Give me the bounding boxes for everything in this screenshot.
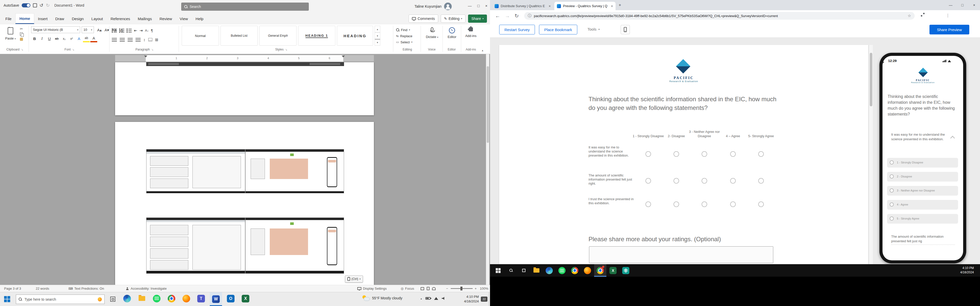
menu-kebab-icon[interactable]: ⋮ xyxy=(946,13,950,18)
close-button[interactable]: × xyxy=(485,3,487,8)
style-heading1[interactable]: HEADING 1 xyxy=(298,26,335,46)
start-button[interactable] xyxy=(492,264,504,277)
align-left-button[interactable] xyxy=(112,38,117,41)
display-settings-button[interactable]: Display Settings xyxy=(357,285,387,292)
matrix-radio[interactable] xyxy=(730,151,736,157)
autosave-toggle[interactable] xyxy=(22,3,30,7)
mobile-option[interactable]: 5 - Strongly Agree xyxy=(887,214,958,224)
word-count[interactable]: 22 words xyxy=(36,285,49,292)
matrix-radio[interactable] xyxy=(646,151,651,157)
font-color-button[interactable]: A xyxy=(90,35,97,42)
horizontal-ruler[interactable]: 1 2 3 4 5 6 xyxy=(115,55,374,62)
minimize-button[interactable]: — xyxy=(945,0,956,10)
cut-button[interactable]: ✂ xyxy=(20,27,23,31)
battery-icon[interactable] xyxy=(425,297,431,300)
ribbon-tab-mailings[interactable]: Mailings xyxy=(134,13,156,24)
mobile-option[interactable]: 1 - Strongly Disagree xyxy=(887,158,958,168)
taskbar-edge[interactable] xyxy=(121,292,133,305)
close-button[interactable]: × xyxy=(968,0,980,10)
matrix-radio[interactable] xyxy=(702,178,707,184)
taskbar-search[interactable] xyxy=(505,264,517,277)
read-mode-button[interactable] xyxy=(421,287,424,290)
style-normal[interactable]: Normal xyxy=(182,26,219,46)
taskbar-word-active[interactable] xyxy=(210,292,222,306)
forward-icon[interactable]: → xyxy=(505,13,510,19)
matrix-radio[interactable] xyxy=(758,201,764,207)
new-tab-button[interactable]: + xyxy=(619,3,621,8)
zoom-level[interactable]: 100% xyxy=(480,285,488,292)
taskbar-edge[interactable] xyxy=(543,264,555,277)
taskbar-spotify[interactable] xyxy=(151,292,163,305)
restore-button[interactable]: □ xyxy=(956,0,968,10)
bold-button[interactable]: B xyxy=(31,35,38,42)
restore-button[interactable]: □ xyxy=(477,3,479,8)
highlight-color-button[interactable]: ab xyxy=(83,35,90,42)
taskbar-outlook[interactable] xyxy=(224,292,237,305)
find-button[interactable]: Find▾ xyxy=(396,27,412,33)
page-indicator[interactable]: Page 3 of 3 xyxy=(4,285,21,292)
sort-button[interactable]: A↓ xyxy=(145,27,148,34)
mobile-option[interactable]: 4 - Agree xyxy=(887,200,958,209)
site-info-icon[interactable]: ⓘ xyxy=(528,14,531,18)
replace-button[interactable]: ⇆Replace xyxy=(396,33,412,39)
reload-icon[interactable]: ↻ xyxy=(514,13,519,19)
numbered-list-button[interactable] xyxy=(119,29,124,33)
matrix-radio[interactable] xyxy=(730,201,736,207)
ribbon-tab-draw[interactable]: Draw xyxy=(51,13,68,24)
bookmark-star-icon[interactable]: ☆ xyxy=(908,14,911,18)
zoom-out-button[interactable]: − xyxy=(446,285,448,292)
matrix-radio[interactable] xyxy=(702,201,707,207)
dialog-launcher-icon[interactable]: ↘ xyxy=(21,48,23,51)
taskbar-firefox[interactable] xyxy=(180,292,192,305)
zoom-in-button[interactable]: + xyxy=(475,285,477,292)
collapse-chevron-icon[interactable] xyxy=(950,136,955,140)
embedded-screenshot-word-1[interactable] xyxy=(146,149,245,193)
print-layout-button[interactable] xyxy=(427,287,430,290)
tab-close-icon[interactable]: × xyxy=(549,4,551,8)
preview-scrollbar[interactable] xyxy=(869,45,873,264)
style-bulleted-list[interactable]: Bulleted List xyxy=(221,26,258,46)
ribbon-tab-help[interactable]: Help xyxy=(192,13,207,24)
matrix-radio[interactable] xyxy=(702,151,707,157)
paste-button[interactable]: Paste ▾ xyxy=(3,26,18,46)
ruler-indent-marker[interactable] xyxy=(342,55,345,57)
styles-expand[interactable]: ▾ xyxy=(375,39,380,46)
browser-tab-distribute[interactable]: Distribute Survey | Qualtrics E × xyxy=(492,2,553,10)
taskbar-file-explorer[interactable] xyxy=(530,264,542,277)
notification-badge[interactable]: 22 xyxy=(481,296,487,302)
grow-font-button[interactable]: A▴ xyxy=(96,26,103,34)
style-heading2[interactable]: HEADING xyxy=(337,26,373,46)
style-general-emph[interactable]: General Emph xyxy=(259,26,297,46)
taskbar-excel[interactable] xyxy=(607,264,619,277)
dictate-button[interactable]: Dictate ▾ xyxy=(423,27,441,39)
save-icon[interactable] xyxy=(33,3,37,7)
document-scrollbar[interactable] xyxy=(486,54,489,285)
tools-dropdown[interactable]: Tools▾ xyxy=(587,27,600,32)
zoom-slider-thumb[interactable] xyxy=(460,287,463,290)
ribbon-tab-file[interactable]: File xyxy=(2,13,15,24)
mobile-view-toggle[interactable] xyxy=(620,25,630,34)
dialog-launcher-icon[interactable]: ↘ xyxy=(72,48,74,51)
borders-button[interactable]: ⊞ xyxy=(155,36,159,43)
scrollbar-thumb[interactable] xyxy=(870,53,872,106)
browser-tab-preview-active[interactable]: Preview - Qualtrics Survey | Q × xyxy=(554,2,616,10)
taskbar-chrome[interactable] xyxy=(165,292,178,305)
web-layout-button[interactable] xyxy=(432,287,436,290)
embedded-screenshot-survey-2[interactable] xyxy=(245,217,344,274)
dialog-launcher-icon[interactable]: ↘ xyxy=(285,48,287,51)
subscript-button[interactable]: x₂ xyxy=(61,35,68,42)
comments-textarea[interactable] xyxy=(589,246,773,263)
matrix-radio[interactable] xyxy=(646,201,651,207)
ribbon-tab-insert[interactable]: Insert xyxy=(34,13,52,24)
zoom-slider[interactable] xyxy=(451,285,473,292)
undo-icon[interactable]: ↺ xyxy=(40,3,43,8)
italic-button[interactable]: I xyxy=(38,35,45,42)
increase-indent-button[interactable]: ⇥ xyxy=(140,27,143,34)
bullet-list-button[interactable] xyxy=(112,29,117,33)
font-size-combo[interactable]: 10▾ xyxy=(82,26,94,33)
ruler-indent-marker[interactable] xyxy=(144,55,147,57)
ribbon-tab-design[interactable]: Design xyxy=(68,13,88,24)
back-icon[interactable]: ← xyxy=(495,13,500,19)
shading-button[interactable] xyxy=(148,38,152,41)
start-button[interactable] xyxy=(4,296,10,302)
